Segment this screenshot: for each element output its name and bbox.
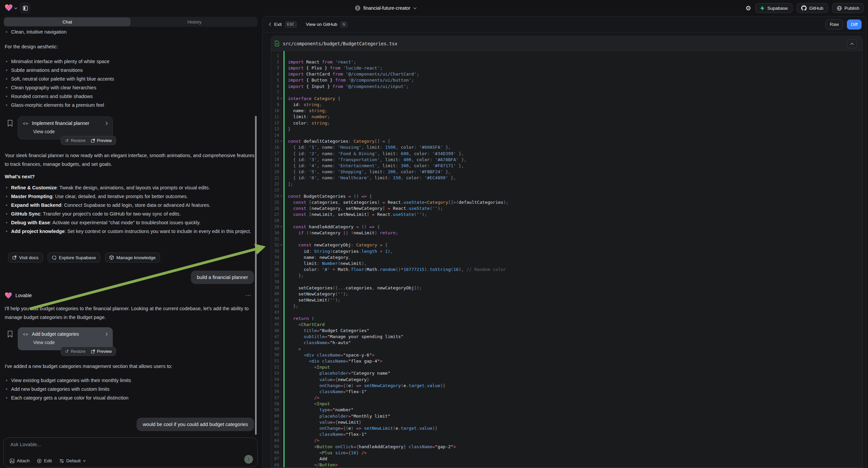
code-text: import React from 'react'; [283,59,356,64]
preview-button[interactable]: Preview [91,349,112,354]
code-line: 12 color: string; [271,120,862,126]
line-number: 23 [271,188,279,193]
bookmark-icon[interactable] [7,120,13,126]
code-text: onChange={(e) => setNewLimit(e.target.va… [283,426,437,431]
suggestion-buttons-row: Visit docs Explore Supabase Manage knowl… [8,253,160,263]
github-button[interactable]: GitHub [797,3,828,13]
code-line: 65 <Button onClick={handleAddCategory} c… [271,443,862,449]
code-text: const newCategoryObj: Category = { [283,242,388,247]
code-text: name: string; [283,108,327,113]
code-line: 34 name: newCategory, [271,254,862,260]
raw-toggle[interactable]: Raw [826,20,843,30]
code-text: value={newCategory} [283,377,369,382]
publish-button[interactable]: Publish [832,3,864,13]
line-number: 29 [271,224,279,229]
fold-chevron-icon[interactable]: ∨ [279,243,283,246]
line-number: 57 [271,396,279,400]
fold-chevron-icon[interactable]: ∨ [279,195,283,198]
lovable-logo-icon[interactable] [5,4,13,11]
chat-scrollbar-thumb[interactable] [255,116,257,435]
line-number: 61 [271,420,279,425]
code-line: 59 type="number" [271,407,862,413]
code-line: 10 name: string; [271,108,862,114]
line-number: 1 [271,53,279,58]
edit-button[interactable]: Edit [37,458,52,463]
project-switcher[interactable]: financial-future-creator [355,0,417,16]
code-line: 62 onChange={(e) => setNewLimit(e.target… [271,425,862,431]
chevron-left-icon [269,23,271,26]
toggle-sidebar-button[interactable] [20,3,30,13]
logo-chevron-down-icon[interactable] [14,7,18,9]
design-bullet-list: Minimalist interface with plenty of whit… [5,57,253,110]
diff-toggle[interactable]: Diff [847,20,862,30]
code-line: 24∨const BudgetCategories = () => { [271,193,862,199]
arrow-up-icon: ↑ [248,457,250,462]
view-code-link[interactable]: View code [33,340,108,345]
chevron-right-icon [105,332,108,336]
settings-gear-icon[interactable]: ⚙ [746,4,751,12]
visit-docs-button[interactable]: Visit docs [8,253,43,263]
mode-select[interactable]: Default [59,458,86,463]
restore-button[interactable]: ↺ Restore [65,138,86,143]
code-line: 27 const [newLimit, setNewLimit] = React… [271,211,862,217]
bookmark-icon[interactable] [7,331,13,338]
code-line: 35 limit: Number(newLimit), [271,260,862,266]
code-line: 41 setNewLimit(''); [271,297,862,303]
line-number: 35 [271,261,279,266]
code-text: placeholder="Category name" [283,371,390,376]
design-bullet: Rounded corners and subtle shadows [5,92,253,101]
code-line: 61 value={newLimit} [271,419,862,425]
line-number: 25 [271,200,279,205]
code-text: setCategories([...categories, newCategor… [283,285,422,290]
tab-history[interactable]: History [131,17,258,27]
fold-chevron-icon[interactable]: ∨ [279,225,283,228]
code-text: name: newCategory, [283,255,351,260]
file-path-bar[interactable]: src/components/budget/BudgetCategories.t… [271,36,862,51]
restore-button[interactable]: ↺ Restore [65,349,86,354]
code-text: <div className="flex gap-4"> [283,358,382,363]
code-view-header: Exit esc View on GitHub G Raw Diff [263,17,866,32]
fold-chevron-icon[interactable]: ∨ [279,140,283,143]
line-number: 22 [271,182,279,186]
external-link-icon [91,350,95,353]
line-number: 32 [271,243,279,247]
manage-knowledge-button[interactable]: Manage knowledge [105,253,160,263]
design-bullet: Glass-morphic elements for a premium fee… [5,101,253,110]
attach-button[interactable]: Attach [10,458,30,463]
send-button[interactable]: ↑ [244,455,253,464]
line-number: 53 [271,371,279,376]
chat-bullet: Clean, intuitive navigation [5,28,253,36]
collapse-file-button[interactable] [847,39,857,48]
fold-chevron-icon[interactable]: ∨ [279,97,283,100]
code-text: { id: '1', name: 'Housing', limit: 1500,… [283,145,451,150]
code-text: <ChartCard [283,322,325,327]
code-line: 46 title="Budget Categories" [271,327,862,333]
supabase-button[interactable]: Supabase [755,3,793,13]
restore-preview-bar: ↺ Restore Preview [61,136,116,145]
message-more-menu[interactable]: ⋯ [246,292,252,298]
line-number: 21 [271,176,279,180]
exit-button[interactable]: Exit [269,22,282,27]
view-code-link[interactable]: View code [33,129,108,134]
line-number: 12 [271,120,279,125]
code-line: 67 Add [271,456,862,462]
code-editor[interactable]: 12import React from 'react';3import { Pl… [271,51,862,467]
code-line: 37 }; [271,273,862,279]
line-number: 31 [271,237,279,241]
code-text: const handleAddCategory = () => { [283,224,380,229]
code-text: className="flex-1" [283,389,367,394]
explore-supabase-button[interactable]: Explore Supabase [48,253,100,263]
line-number: 14 [271,133,279,138]
preview-button[interactable]: Preview [91,138,112,143]
whats-next-item: GitHub Sync: Transfer your project's cod… [5,209,256,218]
tab-chat[interactable]: Chat [4,18,130,26]
version-card-title: Implement financial planner [32,120,89,126]
line-number: 17 [271,151,279,156]
code-line: 5import { Button } from '@/components/ui… [271,77,862,83]
design-heading: For the design aesthetic: [5,42,253,51]
code-line: 9 id: string; [271,102,862,108]
line-number: 51 [271,358,279,363]
view-on-github-link[interactable]: View on GitHub [306,22,338,27]
added-file-icon [275,40,279,46]
chat-input[interactable] [10,442,212,447]
